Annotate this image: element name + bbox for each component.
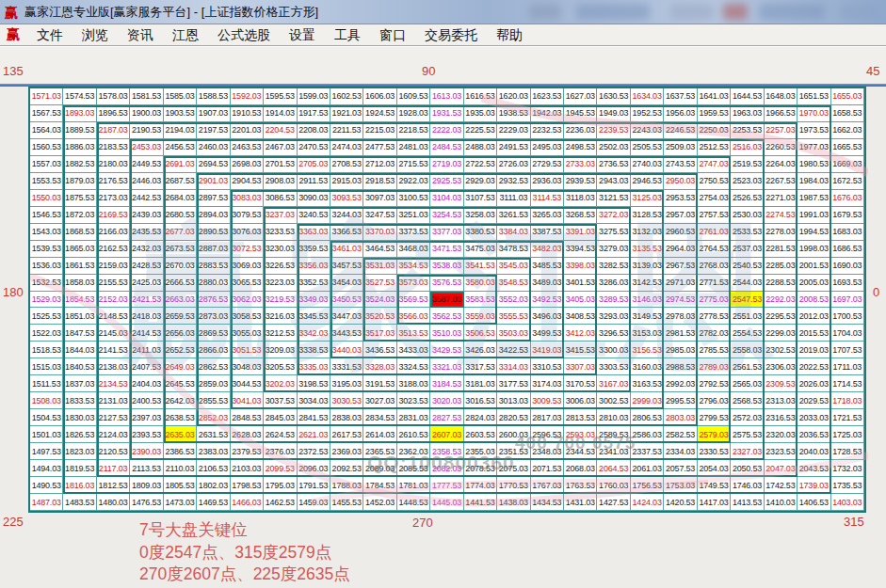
- grid-cell[interactable]: 3142.53: [631, 275, 664, 292]
- grid-cell[interactable]: 3020.03: [430, 392, 463, 409]
- grid-cell[interactable]: 1931.53: [430, 105, 463, 122]
- grid-cell[interactable]: 1459.03: [298, 494, 330, 511]
- grid-cell[interactable]: 2936.03: [531, 173, 564, 190]
- grid-cell[interactable]: 1609.53: [397, 88, 430, 105]
- grid-cell[interactable]: 2498.53: [564, 139, 597, 156]
- grid-cell[interactable]: 3209.03: [264, 342, 297, 358]
- grid-cell[interactable]: 3279.03: [597, 241, 630, 258]
- grid-cell[interactable]: 2162.53: [97, 241, 130, 258]
- grid-cell[interactable]: 2372.53: [298, 443, 330, 460]
- grid-cell[interactable]: 2866.03: [197, 342, 230, 358]
- grid-cell[interactable]: 1994.53: [797, 224, 830, 241]
- grid-cell[interactable]: 3013.03: [497, 392, 530, 409]
- grid-cell[interactable]: 3576.53: [430, 275, 463, 292]
- grid-cell[interactable]: 3300.03: [597, 342, 630, 358]
- grid-cell[interactable]: 3377.03: [430, 224, 463, 241]
- grid-cell[interactable]: 1665.53: [831, 139, 864, 156]
- grid-cell[interactable]: 1571.03: [30, 88, 63, 105]
- grid-cell[interactable]: 2547.53: [731, 292, 764, 309]
- grid-cell[interactable]: 1959.53: [698, 105, 731, 122]
- grid-cell[interactable]: 3324.53: [397, 358, 430, 375]
- grid-cell[interactable]: 2789.03: [698, 358, 731, 375]
- grid-cell[interactable]: 2782.03: [698, 325, 731, 342]
- grid-cell[interactable]: 1634.03: [631, 88, 664, 105]
- grid-cell[interactable]: 2421.53: [130, 292, 163, 309]
- grid-cell[interactable]: 2400.53: [130, 392, 163, 409]
- grid-cell[interactable]: 2859.03: [197, 375, 230, 392]
- grid-cell[interactable]: 3104.03: [430, 190, 463, 207]
- grid-cell[interactable]: 3541.53: [464, 258, 497, 275]
- grid-cell[interactable]: 2292.03: [765, 292, 797, 309]
- grid-cell[interactable]: 3111.03: [497, 190, 530, 207]
- grid-cell[interactable]: 2127.53: [97, 409, 130, 426]
- grid-cell[interactable]: 3412.03: [564, 325, 597, 342]
- grid-cell[interactable]: 2610.53: [397, 426, 430, 443]
- grid-cell[interactable]: 2841.53: [298, 409, 330, 426]
- grid-cell[interactable]: 2614.03: [363, 426, 396, 443]
- grid-cell[interactable]: 1504.53: [30, 409, 63, 426]
- grid-cell[interactable]: 1438.03: [497, 494, 530, 511]
- grid-cell[interactable]: 2631.53: [197, 426, 230, 443]
- grid-cell[interactable]: 1882.53: [63, 156, 96, 173]
- grid-cell[interactable]: 3555.53: [497, 308, 530, 325]
- grid-cell[interactable]: 2824.03: [464, 409, 497, 426]
- grid-cell[interactable]: 1812.53: [97, 477, 130, 494]
- grid-cell[interactable]: 2320.03: [765, 426, 797, 443]
- grid-cell[interactable]: 2624.53: [264, 426, 297, 443]
- grid-cell[interactable]: 2414.53: [130, 325, 163, 342]
- grid-cell[interactable]: 2554.53: [731, 325, 764, 342]
- grid-cell[interactable]: 2243.03: [631, 122, 664, 139]
- grid-cell[interactable]: 1746.03: [731, 477, 764, 494]
- grid-cell[interactable]: 1427.53: [597, 494, 630, 511]
- grid-cell[interactable]: 1879.03: [63, 173, 96, 190]
- grid-cell[interactable]: 1627.03: [564, 88, 597, 105]
- menu-item-2[interactable]: 资讯: [118, 27, 163, 42]
- grid-cell[interactable]: 2148.53: [97, 308, 130, 325]
- grid-cell[interactable]: 3265.03: [531, 207, 564, 224]
- grid-cell[interactable]: 2932.53: [497, 173, 530, 190]
- grid-cell[interactable]: 2757.53: [698, 207, 731, 224]
- grid-cell[interactable]: 2061.03: [631, 460, 664, 477]
- grid-cell[interactable]: 2726.03: [497, 156, 530, 173]
- grid-cell[interactable]: 3482.03: [531, 241, 564, 258]
- grid-cell[interactable]: 3184.53: [430, 375, 463, 392]
- grid-cell[interactable]: 1833.53: [63, 392, 96, 409]
- grid-cell[interactable]: 2999.03: [631, 392, 664, 409]
- grid-cell[interactable]: 3415.53: [564, 342, 597, 358]
- grid-cell[interactable]: 2306.03: [765, 358, 797, 375]
- grid-cell[interactable]: 2565.03: [731, 375, 764, 392]
- grid-cell[interactable]: 2607.03: [430, 426, 463, 443]
- grid-cell[interactable]: 2876.53: [197, 292, 230, 309]
- grid-cell[interactable]: 2561.53: [731, 358, 764, 375]
- grid-cell[interactable]: 1630.53: [597, 88, 630, 105]
- grid-cell[interactable]: 1938.53: [497, 105, 530, 122]
- grid-cell[interactable]: 2981.53: [664, 325, 697, 342]
- grid-cell[interactable]: 2764.53: [698, 241, 731, 258]
- grid-cell[interactable]: 3139.03: [631, 258, 664, 275]
- grid-cell[interactable]: 2995.53: [664, 392, 697, 409]
- grid-cell[interactable]: 1707.53: [831, 342, 864, 358]
- grid-cell[interactable]: 3125.03: [631, 190, 664, 207]
- grid-cell[interactable]: 3212.53: [264, 325, 297, 342]
- grid-cell[interactable]: 2544.03: [731, 275, 764, 292]
- grid-cell[interactable]: 1431.03: [564, 494, 597, 511]
- grid-cell[interactable]: 2173.03: [97, 190, 130, 207]
- grid-cell[interactable]: 2558.03: [731, 342, 764, 358]
- grid-cell[interactable]: 2862.53: [197, 358, 230, 375]
- grid-cell[interactable]: 2047.03: [765, 460, 797, 477]
- grid-cell[interactable]: 2649.03: [164, 358, 197, 375]
- grid-cell[interactable]: 1966.53: [765, 105, 797, 122]
- grid-cell[interactable]: 2033.03: [797, 409, 830, 426]
- grid-cell[interactable]: 3401.53: [564, 275, 597, 292]
- grid-cell[interactable]: 1935.03: [464, 105, 497, 122]
- grid-cell[interactable]: 2946.53: [631, 173, 664, 190]
- grid-cell[interactable]: 3205.53: [264, 358, 297, 375]
- grid-cell[interactable]: 3027.03: [363, 392, 396, 409]
- grid-cell[interactable]: 3156.53: [631, 342, 664, 358]
- grid-cell[interactable]: 1732.03: [831, 460, 864, 477]
- grid-cell[interactable]: 1875.53: [63, 190, 96, 207]
- grid-cell[interactable]: 2530.03: [731, 207, 764, 224]
- grid-cell[interactable]: 2911.53: [298, 173, 330, 190]
- grid-cell[interactable]: 3044.53: [231, 375, 264, 392]
- grid-cell[interactable]: 1774.03: [464, 477, 497, 494]
